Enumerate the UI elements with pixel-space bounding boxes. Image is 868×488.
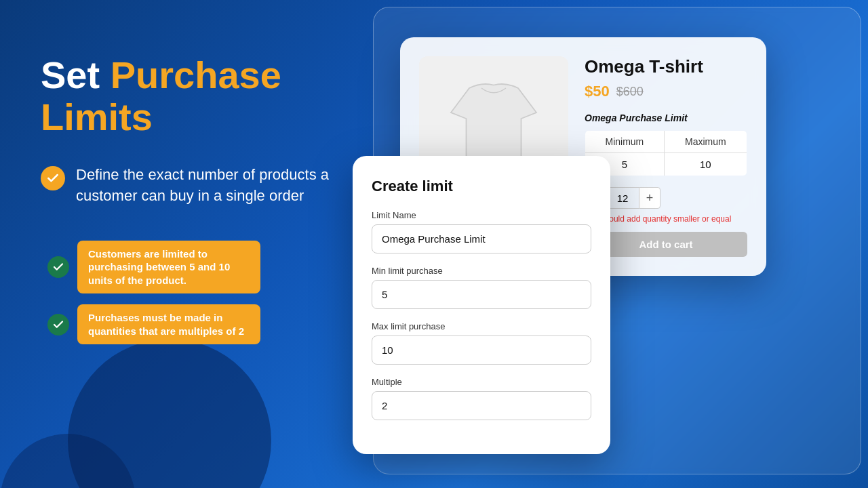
max-limit-label: Max limit purchase xyxy=(372,321,591,331)
table-header-max: Maximum xyxy=(664,131,747,153)
product-name: Omega T-shirt xyxy=(585,56,747,77)
limit-label: Omega Purchase Limit xyxy=(585,113,747,123)
price-current: $50 xyxy=(585,83,610,100)
feature-text: Define the exact number of products a cu… xyxy=(76,165,380,207)
benefit-check-icon-0 xyxy=(47,256,69,278)
benefit-item-1: Purchases must be made in quantities tha… xyxy=(47,304,380,344)
qty-display: 12 xyxy=(606,187,639,209)
max-limit-input[interactable] xyxy=(372,336,591,365)
limit-name-input[interactable] xyxy=(372,224,591,253)
hero-title-plain: Set xyxy=(41,54,111,96)
limit-name-label: Limit Name xyxy=(372,210,591,220)
price-row: $50 $600 xyxy=(585,83,747,100)
qty-plus-button[interactable]: + xyxy=(639,187,660,209)
right-area: Omega T-shirt $50 $600 Omega Purchase Li… xyxy=(353,0,868,488)
form-group-min: Min limit purchase xyxy=(372,266,591,309)
benefit-item-0: Customers are limited to purchasing betw… xyxy=(47,241,380,294)
multiple-label: Multiple xyxy=(372,377,591,387)
multiple-input[interactable] xyxy=(372,391,591,420)
form-title: Create limit xyxy=(372,178,591,195)
table-header-min: Minimum xyxy=(585,131,665,153)
form-group-max: Max limit purchase xyxy=(372,321,591,365)
min-limit-input[interactable] xyxy=(372,280,591,309)
min-limit-label: Min limit purchase xyxy=(372,266,591,276)
benefit-check-icon-1 xyxy=(47,314,69,336)
form-group-multiple: Multiple xyxy=(372,377,591,420)
benefit-pill-1: Purchases must be made in quantities tha… xyxy=(77,304,260,344)
feature-check-icon xyxy=(41,166,65,190)
table-cell-max: 10 xyxy=(664,153,747,176)
price-original: $600 xyxy=(616,85,644,99)
feature-item: Define the exact number of products a cu… xyxy=(41,165,380,207)
form-group-limit-name: Limit Name xyxy=(372,210,591,253)
create-limit-form: Create limit Limit Name Min limit purcha… xyxy=(353,156,610,454)
benefits-list: Customers are limited to purchasing betw… xyxy=(47,241,380,345)
hero-title: Set Purchase Limits xyxy=(41,54,380,138)
benefit-pill-0: Customers are limited to purchasing betw… xyxy=(77,241,260,294)
